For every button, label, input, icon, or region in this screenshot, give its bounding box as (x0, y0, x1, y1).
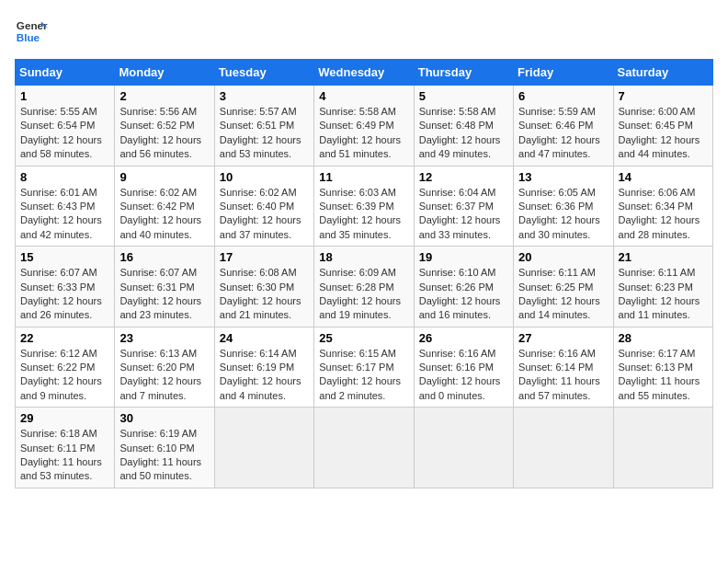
day-number: 15 (20, 250, 109, 264)
day-number: 20 (518, 250, 608, 264)
calendar-week-3: 15Sunrise: 6:07 AM Sunset: 6:33 PM Dayli… (16, 247, 713, 327)
svg-text:Blue: Blue (17, 31, 40, 43)
calendar-cell: 19Sunrise: 6:10 AM Sunset: 6:26 PM Dayli… (414, 247, 513, 327)
day-info: Sunrise: 6:17 AM Sunset: 6:13 PM Dayligh… (619, 347, 708, 404)
day-info: Sunrise: 6:02 AM Sunset: 6:42 PM Dayligh… (119, 186, 209, 243)
day-info: Sunrise: 5:59 AM Sunset: 6:46 PM Dayligh… (518, 105, 608, 162)
page-header: General Blue (15, 15, 713, 48)
calendar-cell: 9Sunrise: 6:02 AM Sunset: 6:42 PM Daylig… (115, 166, 214, 247)
calendar-cell (214, 408, 313, 488)
day-number: 10 (220, 170, 309, 184)
day-info: Sunrise: 6:14 AM Sunset: 6:19 PM Dayligh… (220, 347, 309, 404)
day-info: Sunrise: 6:07 AM Sunset: 6:31 PM Dayligh… (119, 266, 209, 323)
calendar-cell: 3Sunrise: 5:57 AM Sunset: 6:51 PM Daylig… (214, 86, 313, 167)
day-info: Sunrise: 5:58 AM Sunset: 6:48 PM Dayligh… (419, 105, 508, 162)
calendar-week-4: 22Sunrise: 6:12 AM Sunset: 6:22 PM Dayli… (16, 327, 713, 408)
day-number: 5 (419, 89, 508, 103)
calendar-cell (514, 408, 613, 488)
calendar-cell: 30Sunrise: 6:19 AM Sunset: 6:10 PM Dayli… (115, 408, 214, 488)
weekday-header-wednesday: Wednesday (314, 60, 414, 86)
day-info: Sunrise: 6:02 AM Sunset: 6:40 PM Dayligh… (220, 186, 309, 243)
calendar-cell (414, 408, 513, 488)
calendar-cell: 24Sunrise: 6:14 AM Sunset: 6:19 PM Dayli… (214, 327, 313, 408)
calendar-cell: 12Sunrise: 6:04 AM Sunset: 6:37 PM Dayli… (414, 166, 513, 247)
calendar-cell: 5Sunrise: 5:58 AM Sunset: 6:48 PM Daylig… (414, 86, 513, 167)
calendar-cell: 11Sunrise: 6:03 AM Sunset: 6:39 PM Dayli… (314, 166, 414, 247)
day-info: Sunrise: 6:00 AM Sunset: 6:45 PM Dayligh… (619, 105, 708, 162)
day-info: Sunrise: 6:07 AM Sunset: 6:33 PM Dayligh… (20, 266, 109, 323)
day-number: 19 (419, 250, 508, 264)
day-info: Sunrise: 6:03 AM Sunset: 6:39 PM Dayligh… (319, 186, 408, 243)
weekday-header-tuesday: Tuesday (214, 60, 313, 86)
weekday-header-row: SundayMondayTuesdayWednesdayThursdayFrid… (16, 60, 713, 86)
weekday-header-sunday: Sunday (16, 60, 115, 86)
day-number: 6 (518, 89, 608, 103)
day-number: 24 (220, 331, 309, 345)
calendar-cell: 17Sunrise: 6:08 AM Sunset: 6:30 PM Dayli… (214, 247, 313, 327)
day-number: 21 (619, 250, 708, 264)
calendar-cell: 26Sunrise: 6:16 AM Sunset: 6:16 PM Dayli… (414, 327, 513, 408)
calendar-cell: 27Sunrise: 6:16 AM Sunset: 6:14 PM Dayli… (514, 327, 613, 408)
day-number: 27 (518, 331, 608, 345)
calendar-cell: 7Sunrise: 6:00 AM Sunset: 6:45 PM Daylig… (613, 86, 712, 167)
day-info: Sunrise: 6:12 AM Sunset: 6:22 PM Dayligh… (20, 347, 109, 404)
day-number: 8 (20, 170, 109, 184)
calendar-cell: 18Sunrise: 6:09 AM Sunset: 6:28 PM Dayli… (314, 247, 414, 327)
day-info: Sunrise: 6:13 AM Sunset: 6:20 PM Dayligh… (119, 347, 209, 404)
day-number: 13 (518, 170, 608, 184)
calendar-cell: 4Sunrise: 5:58 AM Sunset: 6:49 PM Daylig… (314, 86, 414, 167)
day-info: Sunrise: 6:04 AM Sunset: 6:37 PM Dayligh… (419, 186, 508, 243)
calendar-cell: 20Sunrise: 6:11 AM Sunset: 6:25 PM Dayli… (514, 247, 613, 327)
calendar-cell (613, 408, 712, 488)
calendar-cell (314, 408, 414, 488)
weekday-header-friday: Friday (514, 60, 613, 86)
day-number: 22 (20, 331, 109, 345)
calendar-cell: 25Sunrise: 6:15 AM Sunset: 6:17 PM Dayli… (314, 327, 414, 408)
calendar-cell: 16Sunrise: 6:07 AM Sunset: 6:31 PM Dayli… (115, 247, 214, 327)
logo: General Blue (15, 15, 48, 48)
day-info: Sunrise: 6:16 AM Sunset: 6:16 PM Dayligh… (419, 347, 508, 404)
logo-icon: General Blue (15, 15, 48, 48)
day-number: 30 (119, 411, 209, 425)
day-number: 12 (419, 170, 508, 184)
day-info: Sunrise: 5:56 AM Sunset: 6:52 PM Dayligh… (119, 105, 209, 162)
day-number: 3 (220, 89, 309, 103)
weekday-header-thursday: Thursday (414, 60, 513, 86)
day-number: 2 (119, 89, 209, 103)
calendar-week-1: 1Sunrise: 5:55 AM Sunset: 6:54 PM Daylig… (16, 86, 713, 167)
day-number: 23 (119, 331, 209, 345)
day-info: Sunrise: 6:10 AM Sunset: 6:26 PM Dayligh… (419, 266, 508, 323)
day-number: 18 (319, 250, 408, 264)
day-info: Sunrise: 6:19 AM Sunset: 6:10 PM Dayligh… (119, 427, 209, 484)
day-info: Sunrise: 5:58 AM Sunset: 6:49 PM Dayligh… (319, 105, 408, 162)
day-number: 17 (220, 250, 309, 264)
day-number: 4 (319, 89, 408, 103)
day-info: Sunrise: 6:16 AM Sunset: 6:14 PM Dayligh… (518, 347, 608, 404)
calendar-week-2: 8Sunrise: 6:01 AM Sunset: 6:43 PM Daylig… (16, 166, 713, 247)
calendar-cell: 6Sunrise: 5:59 AM Sunset: 6:46 PM Daylig… (514, 86, 613, 167)
day-info: Sunrise: 5:55 AM Sunset: 6:54 PM Dayligh… (20, 105, 109, 162)
calendar-cell: 22Sunrise: 6:12 AM Sunset: 6:22 PM Dayli… (16, 327, 115, 408)
calendar-cell: 23Sunrise: 6:13 AM Sunset: 6:20 PM Dayli… (115, 327, 214, 408)
day-number: 26 (419, 331, 508, 345)
calendar-cell: 10Sunrise: 6:02 AM Sunset: 6:40 PM Dayli… (214, 166, 313, 247)
day-number: 14 (619, 170, 708, 184)
day-number: 28 (619, 331, 708, 345)
day-number: 25 (319, 331, 408, 345)
day-info: Sunrise: 6:11 AM Sunset: 6:23 PM Dayligh… (619, 266, 708, 323)
day-info: Sunrise: 6:11 AM Sunset: 6:25 PM Dayligh… (518, 266, 608, 323)
calendar-cell: 15Sunrise: 6:07 AM Sunset: 6:33 PM Dayli… (16, 247, 115, 327)
day-info: Sunrise: 6:06 AM Sunset: 6:34 PM Dayligh… (619, 186, 708, 243)
day-info: Sunrise: 6:15 AM Sunset: 6:17 PM Dayligh… (319, 347, 408, 404)
day-info: Sunrise: 6:01 AM Sunset: 6:43 PM Dayligh… (20, 186, 109, 243)
calendar-cell: 13Sunrise: 6:05 AM Sunset: 6:36 PM Dayli… (514, 166, 613, 247)
calendar-cell: 29Sunrise: 6:18 AM Sunset: 6:11 PM Dayli… (16, 408, 115, 488)
day-info: Sunrise: 5:57 AM Sunset: 6:51 PM Dayligh… (220, 105, 309, 162)
weekday-header-monday: Monday (115, 60, 214, 86)
calendar-table: SundayMondayTuesdayWednesdayThursdayFrid… (15, 59, 713, 488)
calendar-cell: 28Sunrise: 6:17 AM Sunset: 6:13 PM Dayli… (613, 327, 712, 408)
calendar-cell: 2Sunrise: 5:56 AM Sunset: 6:52 PM Daylig… (115, 86, 214, 167)
day-number: 16 (119, 250, 209, 264)
calendar-week-5: 29Sunrise: 6:18 AM Sunset: 6:11 PM Dayli… (16, 408, 713, 488)
day-number: 11 (319, 170, 408, 184)
